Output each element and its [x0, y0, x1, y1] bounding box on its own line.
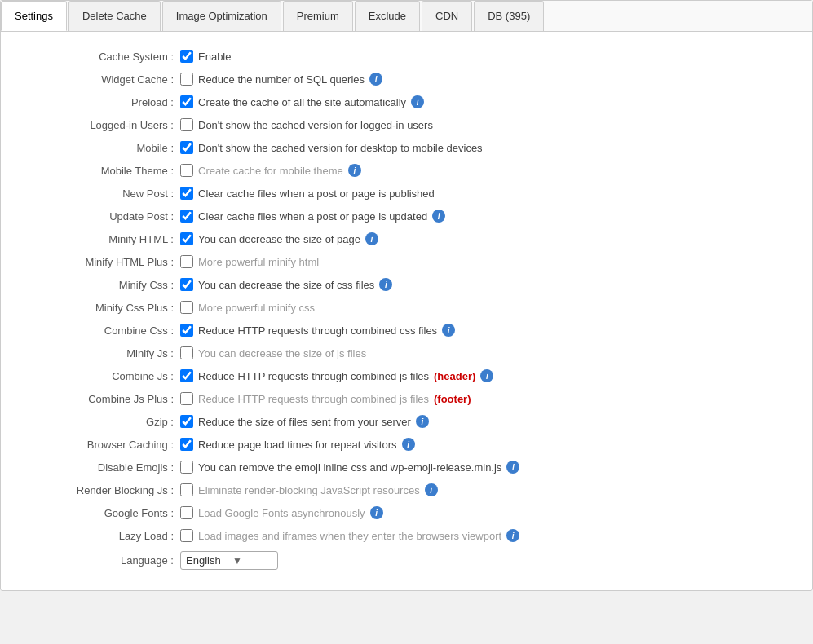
setting-row-4: Mobile :Don't show the cached version fo…	[17, 136, 796, 159]
setting-control-11: More powerful minify css	[180, 301, 796, 314]
setting-row-14: Combine Js :Reduce HTTP requests through…	[17, 364, 796, 387]
info-icon-20[interactable]: i	[370, 506, 383, 519]
setting-label-12: Combine Css :	[17, 324, 180, 337]
setting-label-21: Lazy Load :	[17, 530, 180, 542]
checkbox-15[interactable]	[180, 392, 193, 405]
checkbox-11[interactable]	[180, 301, 193, 314]
setting-label-10: Minify Css :	[17, 279, 180, 291]
checkbox-12[interactable]	[180, 324, 193, 337]
setting-label-16: Gzip :	[17, 416, 180, 428]
setting-control-3: Don't show the cached version for logged…	[180, 118, 796, 131]
setting-text-8: You can decrease the size of page	[198, 233, 360, 245]
setting-text-17: Reduce page load times for repeat visito…	[198, 439, 397, 451]
language-label: Language :	[17, 554, 180, 567]
setting-text-16: Reduce the size of files sent from your …	[198, 416, 411, 428]
setting-row-18: Disable Emojis :You can remove the emoji…	[17, 456, 796, 479]
setting-label-13: Minify Js :	[17, 347, 180, 359]
info-icon-1[interactable]: i	[369, 73, 382, 86]
tab-premium[interactable]: Premium	[283, 1, 353, 31]
setting-control-9: More powerful minify html	[180, 255, 796, 268]
tab-cdn[interactable]: CDN	[422, 1, 472, 31]
checkbox-13[interactable]	[180, 346, 193, 359]
chevron-down-icon: ▼	[232, 555, 272, 567]
checkbox-0[interactable]	[180, 50, 193, 63]
checkbox-17[interactable]	[180, 438, 193, 451]
tab-image-optimization[interactable]: Image Optimization	[162, 1, 281, 31]
setting-row-21: Lazy Load :Load images and iframes when …	[17, 524, 796, 547]
setting-row-1: Widget Cache :Reduce the number of SQL q…	[17, 68, 796, 90]
info-icon-17[interactable]: i	[402, 438, 415, 451]
checkbox-10[interactable]	[180, 278, 193, 291]
setting-label-5: Mobile Theme :	[17, 165, 180, 177]
setting-control-2: Create the cache of all the site automat…	[180, 95, 796, 108]
tab-settings[interactable]: Settings	[1, 1, 67, 31]
language-select[interactable]: English ▼	[180, 551, 278, 570]
checkbox-16[interactable]	[180, 415, 193, 428]
setting-text-14: Reduce HTTP requests through combined js…	[198, 370, 429, 382]
checkbox-4[interactable]	[180, 141, 193, 154]
checkbox-21[interactable]	[180, 529, 193, 542]
info-icon-7[interactable]: i	[432, 210, 445, 223]
setting-control-19: Eliminate render-blocking JavaScript res…	[180, 483, 796, 496]
setting-text-15: Reduce HTTP requests through combined js…	[198, 393, 429, 405]
setting-text-0: Enable	[198, 51, 231, 63]
setting-label-11: Minify Css Plus :	[17, 302, 180, 314]
info-icon-21[interactable]: i	[506, 529, 519, 542]
setting-control-8: You can decrease the size of pagei	[180, 232, 796, 245]
setting-text-10: You can decrease the size of css files	[198, 279, 374, 291]
info-icon-14[interactable]: i	[480, 369, 493, 382]
info-icon-5[interactable]: i	[348, 164, 361, 177]
setting-row-5: Mobile Theme :Create cache for mobile th…	[17, 159, 796, 182]
setting-text-18: You can remove the emoji inline css and …	[198, 461, 501, 474]
checkbox-5[interactable]	[180, 164, 193, 177]
checkbox-9[interactable]	[180, 255, 193, 268]
setting-control-0: Enable	[180, 50, 796, 63]
checkbox-14[interactable]	[180, 369, 193, 382]
setting-label-20: Google Fonts :	[17, 507, 180, 519]
setting-label-1: Widget Cache :	[17, 73, 180, 86]
checkbox-1[interactable]	[180, 73, 193, 86]
setting-row-16: Gzip :Reduce the size of files sent from…	[17, 410, 796, 433]
setting-control-1: Reduce the number of SQL queriesi	[180, 73, 796, 86]
checkbox-19[interactable]	[180, 483, 193, 496]
setting-suffix-14: (header)	[434, 370, 475, 382]
setting-label-2: Preload :	[17, 96, 180, 108]
setting-row-9: Minify HTML Plus :More powerful minify h…	[17, 250, 796, 273]
info-icon-19[interactable]: i	[425, 483, 438, 496]
setting-row-15: Combine Js Plus :Reduce HTTP requests th…	[17, 387, 796, 410]
checkbox-18[interactable]	[180, 461, 193, 474]
info-icon-12[interactable]: i	[442, 324, 455, 337]
setting-label-7: Update Post :	[17, 210, 180, 223]
tab-exclude[interactable]: Exclude	[355, 1, 420, 31]
setting-control-14: Reduce HTTP requests through combined js…	[180, 369, 796, 382]
info-icon-18[interactable]: i	[506, 461, 519, 474]
setting-row-3: Logged-in Users :Don't show the cached v…	[17, 113, 796, 136]
setting-label-0: Cache System :	[17, 51, 180, 63]
tab-delete-cache[interactable]: Delete Cache	[68, 1, 161, 31]
checkbox-2[interactable]	[180, 95, 193, 108]
setting-text-7: Clear cache files when a post or page is…	[198, 210, 427, 223]
setting-control-4: Don't show the cached version for deskto…	[180, 141, 796, 154]
checkbox-8[interactable]	[180, 232, 193, 245]
language-row: Language : English ▼	[17, 547, 796, 574]
setting-text-5: Create cache for mobile theme	[198, 165, 343, 177]
info-icon-2[interactable]: i	[411, 95, 424, 108]
info-icon-8[interactable]: i	[365, 232, 378, 245]
setting-label-14: Combine Js :	[17, 370, 180, 382]
setting-control-16: Reduce the size of files sent from your …	[180, 415, 796, 428]
language-value: English	[186, 554, 226, 567]
checkbox-6[interactable]	[180, 187, 193, 200]
info-icon-10[interactable]: i	[379, 278, 392, 291]
language-control: English ▼	[180, 551, 796, 570]
setting-row-2: Preload :Create the cache of all the sit…	[17, 90, 796, 113]
checkbox-20[interactable]	[180, 506, 193, 519]
info-icon-16[interactable]: i	[416, 415, 429, 428]
setting-control-15: Reduce HTTP requests through combined js…	[180, 392, 796, 405]
tab-db-395[interactable]: DB (395)	[474, 1, 544, 31]
setting-text-3: Don't show the cached version for logged…	[198, 119, 433, 131]
setting-text-21: Load images and iframes when they enter …	[198, 530, 501, 542]
setting-text-1: Reduce the number of SQL queries	[198, 73, 365, 86]
checkbox-3[interactable]	[180, 118, 193, 131]
checkbox-7[interactable]	[180, 210, 193, 223]
setting-row-8: Minify HTML :You can decrease the size o…	[17, 227, 796, 250]
